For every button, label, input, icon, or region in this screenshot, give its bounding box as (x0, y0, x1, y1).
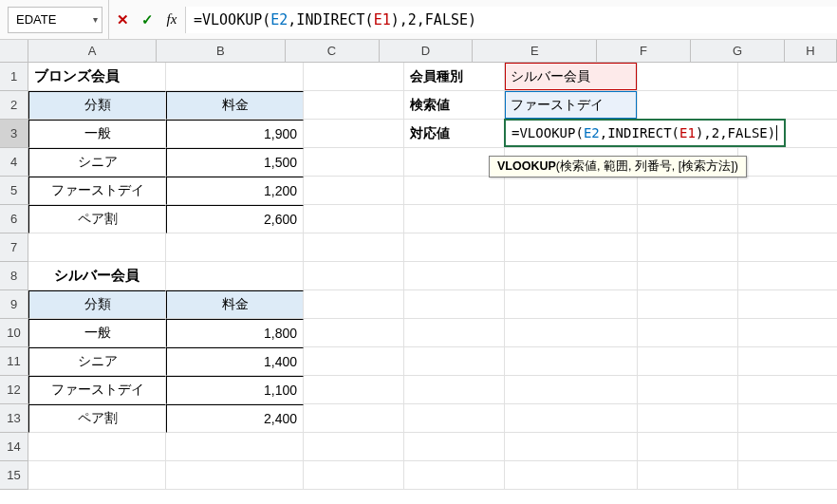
row-header[interactable]: 4 (0, 148, 28, 177)
row-header[interactable]: 1 (0, 63, 28, 91)
cell[interactable] (404, 205, 505, 233)
cell[interactable] (638, 63, 738, 91)
col-header[interactable]: A (28, 40, 157, 62)
cell[interactable] (638, 91, 738, 120)
cell[interactable] (505, 376, 638, 404)
cell[interactable] (166, 461, 304, 490)
cell[interactable] (404, 177, 505, 205)
cell[interactable] (304, 91, 404, 120)
cell[interactable] (304, 433, 404, 461)
cell[interactable] (166, 433, 304, 461)
cell[interactable] (738, 461, 837, 490)
cell-e3-editing[interactable]: =VLOOKUP(E2,INDIRECT(E1),2,FALSE) (505, 120, 638, 148)
cell[interactable] (638, 404, 738, 433)
cell-e1[interactable]: シルバー会員 (505, 63, 638, 91)
row-header[interactable]: 12 (0, 376, 28, 404)
cell[interactable] (404, 404, 505, 433)
row-header[interactable]: 2 (0, 91, 28, 120)
cell[interactable]: 検索値 (404, 91, 505, 120)
cell[interactable] (638, 177, 738, 205)
col-header[interactable]: C (286, 40, 380, 62)
cell[interactable]: 対応値 (404, 120, 505, 148)
row-header[interactable]: 15 (0, 461, 28, 490)
cell[interactable] (638, 233, 738, 262)
cell[interactable] (404, 319, 505, 347)
cell[interactable] (505, 433, 638, 461)
cell[interactable] (304, 461, 404, 490)
cell[interactable] (738, 148, 837, 177)
cell[interactable]: 料金 (166, 290, 304, 319)
cell[interactable] (404, 347, 505, 376)
cell[interactable] (28, 461, 166, 490)
cell[interactable] (738, 177, 837, 205)
select-all-corner[interactable] (0, 40, 28, 63)
cell[interactable] (304, 290, 404, 319)
row-header[interactable]: 5 (0, 177, 28, 205)
cell[interactable]: 分類 (28, 290, 166, 319)
cell[interactable] (304, 233, 404, 262)
cell[interactable] (304, 404, 404, 433)
cell[interactable] (738, 376, 837, 404)
cell[interactable] (638, 347, 738, 376)
cell[interactable] (738, 433, 837, 461)
fx-icon[interactable]: fx (164, 11, 179, 28)
row-header[interactable]: 8 (0, 262, 28, 290)
col-header[interactable]: B (157, 40, 285, 62)
chevron-down-icon[interactable]: ▾ (93, 14, 98, 25)
row-header[interactable]: 7 (0, 233, 28, 262)
cell[interactable]: 1,100 (166, 376, 304, 404)
cell[interactable] (304, 148, 404, 177)
cell[interactable] (404, 433, 505, 461)
cell[interactable] (304, 205, 404, 233)
cell[interactable] (505, 404, 638, 433)
cell[interactable] (738, 290, 837, 319)
cell[interactable] (505, 347, 638, 376)
cell[interactable] (738, 205, 837, 233)
cell[interactable] (638, 433, 738, 461)
cell[interactable]: ブロンズ会員 (28, 63, 166, 91)
cell[interactable] (166, 63, 304, 91)
cell[interactable] (638, 319, 738, 347)
col-header[interactable]: F (597, 40, 691, 62)
cell[interactable] (638, 376, 738, 404)
cell[interactable] (304, 63, 404, 91)
row-header[interactable]: 11 (0, 347, 28, 376)
cell[interactable] (28, 233, 166, 262)
cell[interactable] (738, 404, 837, 433)
cell[interactable] (638, 262, 738, 290)
cell[interactable]: シニア (28, 148, 166, 177)
cell[interactable]: ファーストデイ (28, 376, 166, 404)
row-header[interactable]: 3 (0, 120, 28, 148)
cell[interactable] (738, 91, 837, 120)
cell[interactable]: 1,500 (166, 148, 304, 177)
cell[interactable] (166, 262, 304, 290)
cell[interactable] (304, 376, 404, 404)
cell[interactable] (304, 177, 404, 205)
cell[interactable] (738, 319, 837, 347)
cell-e2[interactable]: ファーストデイ (505, 91, 638, 120)
cell[interactable]: ペア割 (28, 404, 166, 433)
row-header[interactable]: 14 (0, 433, 28, 461)
cell[interactable] (505, 319, 638, 347)
cell[interactable] (404, 233, 505, 262)
cell[interactable] (638, 461, 738, 490)
cell[interactable] (404, 262, 505, 290)
cell[interactable] (505, 177, 638, 205)
col-header[interactable]: G (691, 40, 785, 62)
cancel-icon[interactable]: ✕ (115, 11, 130, 28)
cell[interactable]: 2,400 (166, 404, 304, 433)
cell[interactable] (505, 290, 638, 319)
cell[interactable] (738, 63, 837, 91)
cell[interactable] (304, 347, 404, 376)
cell[interactable]: シルバー会員 (28, 262, 166, 290)
row-header[interactable]: 13 (0, 404, 28, 433)
enter-icon[interactable]: ✓ (140, 11, 155, 28)
cell[interactable] (505, 205, 638, 233)
cell[interactable] (738, 262, 837, 290)
cell[interactable] (638, 290, 738, 319)
name-box[interactable]: EDATE ▾ (8, 7, 102, 33)
cell[interactable] (505, 262, 638, 290)
cell[interactable]: 会員種別 (404, 63, 505, 91)
cell[interactable]: 1,400 (166, 347, 304, 376)
row-header[interactable]: 9 (0, 290, 28, 319)
